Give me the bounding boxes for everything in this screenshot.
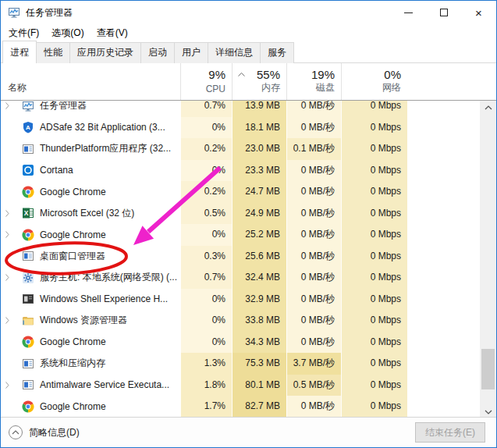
- net-cell: 0 Mbps: [341, 181, 407, 203]
- close-icon: ×: [475, 7, 482, 19]
- minimize-button[interactable]: [391, 1, 426, 24]
- minimize-icon: [404, 12, 413, 13]
- mem-cell: 25.2 MB: [232, 224, 286, 246]
- tab-1[interactable]: 性能: [36, 42, 70, 63]
- mem-cell: 32.4 MB: [232, 267, 286, 289]
- table-row[interactable]: Cortana0%23.3 MB0 MB/秒0 Mbps: [1, 160, 480, 182]
- fewer-details-label: 简略信息(D): [29, 426, 80, 439]
- excel-icon: X: [22, 207, 34, 219]
- column-label: 内存: [261, 81, 280, 94]
- net-cell: 0 Mbps: [341, 353, 407, 375]
- mem-cell: 13.9 MB: [232, 101, 286, 117]
- process-name: Cortana: [40, 165, 73, 176]
- tab-6[interactable]: 服务: [260, 42, 294, 63]
- fewer-details-toggle[interactable]: 简略信息(D): [9, 425, 80, 439]
- end-task-button[interactable]: 结束任务(E): [415, 422, 485, 443]
- table-row[interactable]: Windows Shell Experience H...0%32.9 MB0 …: [1, 289, 480, 311]
- tab-5[interactable]: 详细信息: [208, 42, 261, 63]
- disk-cell: 0 MB/秒: [286, 289, 341, 311]
- cpu-cell: 0.5%: [180, 203, 232, 225]
- column-usage: 55%: [257, 68, 280, 81]
- expand-chevron-icon[interactable]: [5, 224, 15, 246]
- cpu-cell: 1.7%: [180, 396, 232, 418]
- dark-window-icon: [22, 293, 34, 305]
- explorer-folder-icon: [22, 315, 34, 327]
- table-row[interactable]: ThunderPlatform应用程序 (32...0.2%23.0 MB0.1…: [1, 138, 480, 160]
- column-header-cpu[interactable]: 9%CPU: [180, 63, 232, 100]
- column-label: 网络: [382, 81, 401, 94]
- title-bar: 任务管理器 ×: [1, 1, 496, 24]
- expand-chevron-icon[interactable]: [5, 267, 15, 289]
- tab-strip: 进程性能应用历史记录启动用户详细信息服务: [1, 42, 496, 63]
- disk-cell: 0 MB/秒: [286, 181, 341, 203]
- table-row[interactable]: Windows 资源管理器0%33.8 MB0 MB/秒0 Mbps: [1, 310, 480, 332]
- table-row[interactable]: AADSafe 32 Bit Application (3...0%18.1 M…: [1, 117, 480, 139]
- net-cell: 0 Mbps: [341, 375, 407, 396]
- process-name: Windows Shell Experience H...: [40, 293, 168, 304]
- cortana-icon: [22, 164, 34, 176]
- column-name-header[interactable]: 名称: [8, 81, 27, 94]
- cpu-cell: 0.7%: [180, 101, 232, 117]
- menu-item-0[interactable]: 文件(F): [2, 25, 45, 41]
- tab-3[interactable]: 启动: [140, 42, 175, 63]
- mem-cell: 80.1 MB: [232, 375, 286, 396]
- tab-2[interactable]: 应用历史记录: [69, 42, 141, 63]
- cpu-cell: 0%: [180, 332, 232, 354]
- table-row[interactable]: 桌面窗口管理器0.3%25.6 MB0 MB/秒0 Mbps: [1, 246, 480, 268]
- app-window-icon: [22, 357, 34, 370]
- expand-chevron-icon[interactable]: [5, 375, 15, 396]
- column-label: CPU: [206, 84, 225, 94]
- scroll-up-button[interactable]: [480, 101, 496, 114]
- column-header-disk[interactable]: 19%磁盘: [286, 63, 341, 100]
- table-row[interactable]: Google Chrome0.2%24.7 MB0 MB/秒0 Mbps: [1, 181, 480, 203]
- chrome-icon: [22, 400, 34, 413]
- expand-chevron-icon[interactable]: [5, 203, 15, 225]
- app-window-icon: [22, 379, 34, 391]
- table-row[interactable]: Google Chrome0%25.2 MB0 MB/秒0 Mbps: [1, 224, 480, 246]
- net-cell: 0 Mbps: [341, 310, 407, 332]
- taskmgr-icon: [22, 101, 34, 112]
- close-button[interactable]: ×: [461, 1, 496, 24]
- cpu-cell: 0.7%: [180, 267, 232, 289]
- tab-4[interactable]: 用户: [174, 42, 208, 63]
- menu-item-2[interactable]: 查看(V): [91, 25, 134, 41]
- net-cell: 0 Mbps: [341, 117, 407, 139]
- disk-cell: 0.5 MB/秒: [286, 375, 341, 396]
- process-name: 任务管理器: [40, 101, 87, 112]
- tab-0[interactable]: 进程: [2, 41, 37, 63]
- table-row[interactable]: XMicrosoft Excel (32 位)0.5%24.9 MB0 MB/秒…: [1, 203, 480, 225]
- app-window-icon: [22, 143, 34, 155]
- cpu-cell: 0.2%: [180, 181, 232, 203]
- cpu-cell: 1.3%: [180, 353, 232, 375]
- column-header-mem[interactable]: 55%内存: [232, 63, 286, 100]
- taskmgr-icon: [8, 6, 20, 19]
- scrollbar-thumb[interactable]: [481, 349, 495, 389]
- table-row[interactable]: 系统和压缩内存1.3%75.3 MB3.7 MB/秒0 Mbps: [1, 353, 480, 375]
- process-name: Google Chrome: [40, 229, 106, 240]
- menu-item-1[interactable]: 选项(O): [45, 25, 90, 41]
- table-row[interactable]: 服务主机: 本地系统(网络受限) (...0.7%32.4 MB0 MB/秒0 …: [1, 267, 480, 289]
- net-cell: 0 Mbps: [341, 160, 407, 182]
- net-cell: 0 Mbps: [341, 267, 407, 289]
- net-cell: 0 Mbps: [341, 101, 407, 117]
- expand-chevron-icon[interactable]: [5, 310, 15, 332]
- disk-cell: 0 MB/秒: [286, 267, 341, 289]
- table-row[interactable]: Google Chrome1.7%82.7 MB0 MB/秒0 Mbps: [1, 396, 480, 418]
- disk-cell: 0 MB/秒: [286, 332, 341, 354]
- disk-cell: 0 MB/秒: [286, 117, 341, 139]
- table-row[interactable]: Antimalware Service Executa...1.8%80.1 M…: [1, 375, 480, 396]
- maximize-button[interactable]: [426, 1, 461, 24]
- table-row[interactable]: 任务管理器0.7%13.9 MB0 MB/秒0 Mbps: [1, 101, 480, 117]
- disk-cell: 3.7 MB/秒: [286, 353, 341, 375]
- vertical-scrollbar[interactable]: [480, 101, 496, 418]
- net-cell: 0 Mbps: [341, 138, 407, 160]
- process-name: Windows 资源管理器: [40, 314, 127, 327]
- expand-chevron-icon[interactable]: [5, 101, 15, 117]
- table-row[interactable]: Google Chrome0%34.3 MB0 MB/秒0 Mbps: [1, 332, 480, 354]
- net-cell: 0 Mbps: [341, 224, 407, 246]
- window-title: 任务管理器: [26, 6, 73, 20]
- adsafe-shield-icon: A: [22, 121, 34, 133]
- column-header-net[interactable]: 0%网络: [341, 63, 407, 100]
- disk-cell: 0 MB/秒: [286, 246, 341, 268]
- chrome-icon: [22, 336, 34, 348]
